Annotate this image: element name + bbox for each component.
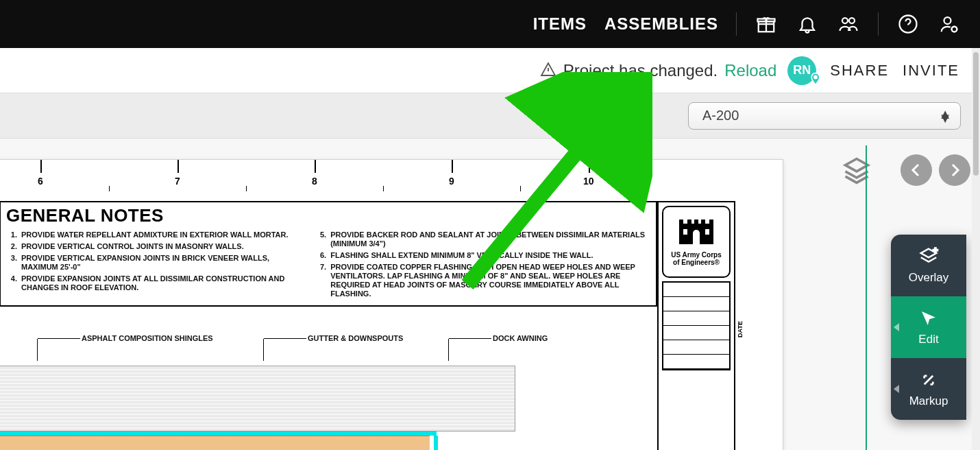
ruler-label: 8	[312, 176, 317, 187]
gift-icon[interactable]	[755, 12, 778, 36]
elevation-drawing: 12 5	[0, 366, 657, 450]
tool-label: Overlay	[909, 271, 949, 285]
active-indicator-icon	[894, 323, 899, 331]
note-item: 6.FLASHING SHALL EXTEND MINIMUM 8" VERTI…	[315, 251, 650, 260]
canvas[interactable]: 6 7 8 9 10 GENERAL NOTES 1.PROVIDE WATER…	[0, 139, 980, 450]
items-link[interactable]: ITEMS	[533, 14, 587, 34]
svg-rect-9	[679, 220, 683, 224]
drawing-sheet: 6 7 8 9 10 GENERAL NOTES 1.PROVIDE WATER…	[0, 159, 783, 450]
note-item: 1.PROVIDE WATER REPELLANT ADMIXTURE IN E…	[6, 230, 306, 239]
titleblock-line2: of Engineers®	[673, 259, 720, 266]
right-sidebar: + Overlay Edit Markup	[863, 139, 973, 450]
layers-button[interactable]	[840, 154, 873, 187]
location-pin-icon	[809, 72, 822, 89]
share-button[interactable]: SHARE	[830, 62, 889, 80]
expand-indicator-icon	[894, 385, 899, 393]
note-item: 2.PROVIDE VERTICAL CONTROL JOINTS IN MAS…	[6, 242, 306, 251]
reload-link[interactable]: Reload	[724, 61, 776, 80]
page-select-value: A-200	[702, 108, 739, 123]
ruler-label: 7	[175, 176, 180, 187]
select-arrows-icon: ▲▼	[938, 112, 952, 120]
page-select[interactable]: A-200 ▲▼	[688, 102, 961, 130]
callout-awning: DOCK AWNING	[493, 334, 548, 342]
project-bar: Project has changed. Reload RN SHARE INV…	[0, 48, 980, 93]
callout-gutter: GUTTER & DOWNSPOUTS	[308, 334, 403, 342]
avatar[interactable]: RN	[787, 56, 816, 85]
svg-point-5	[944, 17, 951, 24]
note-item: 5.PROVIDE BACKER ROD AND SEALANT AT JOIN…	[315, 230, 650, 248]
vertical-scrollbar[interactable]	[972, 48, 980, 450]
topbar-divider-2	[878, 12, 879, 36]
callouts: ASPHALT COMPOSITION SHINGLES GUTTER & DO…	[0, 334, 735, 363]
ruler: 6 7 8 9 10	[0, 160, 783, 193]
invite-button[interactable]: INVITE	[903, 62, 959, 80]
warning-icon	[540, 61, 556, 80]
guide-line	[866, 145, 867, 450]
svg-rect-12	[701, 220, 705, 224]
general-notes: GENERAL NOTES 1.PROVIDE WATER REPELLANT …	[0, 201, 657, 307]
user-settings-icon[interactable]	[938, 12, 961, 36]
titleblock-line1: US Army Corps	[671, 251, 722, 259]
note-item: 7.PROVIDE COATED COPPER FLASHING WITH OP…	[315, 263, 650, 298]
svg-rect-13	[709, 220, 713, 224]
help-icon[interactable]	[896, 12, 920, 36]
ruler-label: 10	[583, 176, 594, 187]
markup-tool[interactable]: Markup	[891, 358, 966, 420]
svg-rect-15	[705, 229, 709, 235]
project-changed-text: Project has changed.	[563, 61, 718, 80]
toolbar: A-200 ▲▼	[0, 93, 980, 139]
ruler-label: 9	[449, 176, 454, 187]
people-icon[interactable]	[837, 12, 860, 36]
edit-tool[interactable]: Edit	[891, 296, 966, 358]
tool-label: Edit	[918, 333, 938, 346]
project-changed-notice: Project has changed. Reload	[540, 61, 777, 80]
overlay-tool[interactable]: + Overlay	[891, 235, 966, 296]
svg-point-3	[849, 18, 855, 23]
bell-icon[interactable]	[796, 12, 819, 36]
title-block: US Army Corps of Engineers® DATE	[657, 201, 735, 450]
svg-rect-14	[683, 229, 687, 235]
assemblies-link[interactable]: ASSEMBLIES	[604, 14, 718, 34]
topbar-divider	[736, 12, 737, 36]
note-item: 3.PROVIDE VERTICAL EXPANSION JOINTS IN B…	[6, 254, 306, 272]
svg-rect-10	[687, 220, 691, 224]
callout-shingles: ASPHALT COMPOSITION SHINGLES	[82, 334, 213, 342]
date-label: DATE	[737, 321, 744, 338]
svg-rect-11	[694, 220, 698, 224]
next-page-button[interactable]	[939, 154, 970, 186]
svg-text:+: +	[933, 246, 938, 255]
svg-point-7	[814, 75, 817, 78]
notes-title: GENERAL NOTES	[1, 202, 656, 230]
tool-label: Markup	[909, 394, 948, 408]
tools-panel: + Overlay Edit Markup	[891, 235, 966, 420]
note-item: 4.PROVIDE EXPANSION JOINTS AT ALL DISSIM…	[6, 274, 306, 292]
ruler-label: 6	[38, 176, 43, 187]
castle-icon	[678, 218, 715, 248]
prev-page-button[interactable]	[901, 154, 932, 186]
svg-point-2	[842, 18, 848, 23]
scrollbar-thumb[interactable]	[973, 52, 979, 176]
topbar: ITEMS ASSEMBLIES	[0, 0, 980, 48]
